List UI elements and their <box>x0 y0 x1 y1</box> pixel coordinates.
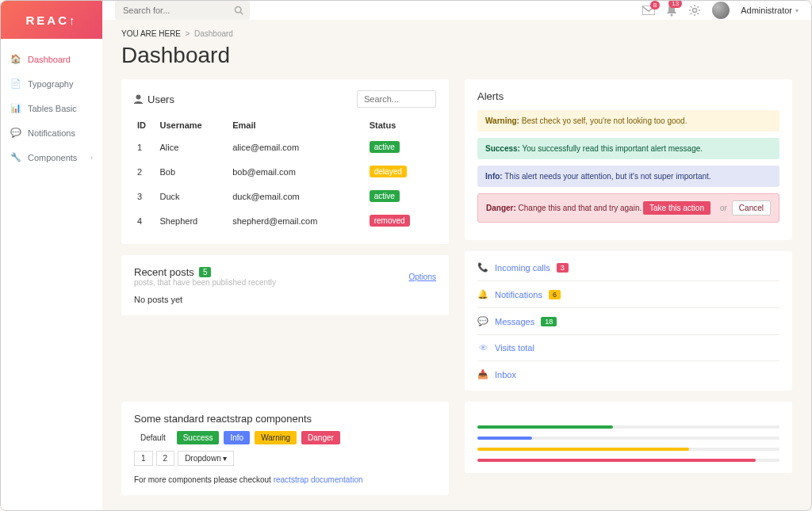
gear-icon[interactable] <box>688 4 701 17</box>
sidebar-item-label: Tables Basic <box>28 104 77 113</box>
tag-warning[interactable]: Warning <box>255 431 297 444</box>
avatar[interactable] <box>712 2 730 19</box>
breadcrumb-current: Dashboard <box>194 29 233 38</box>
tag-danger[interactable]: Danger <box>301 431 340 444</box>
quicklink-icon: 📥 <box>477 369 488 379</box>
tags-row: Default Success Info Warning Danger <box>134 431 436 444</box>
tag-default[interactable]: Default <box>134 431 172 444</box>
progress-bar <box>477 437 779 440</box>
sidebar-item-typography[interactable]: 📄Typography <box>1 71 102 96</box>
take-action-button[interactable]: Take this action <box>643 201 710 215</box>
mail-badge: 8 <box>650 1 660 10</box>
quicklink-inbox[interactable]: 📥Inbox <box>477 361 779 387</box>
topbar: 8 13 Administrator ▾ <box>102 1 811 20</box>
progress-bar <box>477 425 779 429</box>
sidebar-item-label: Components <box>28 153 77 162</box>
user-name: Administrator <box>741 6 792 15</box>
quicklink-count: 18 <box>541 317 557 326</box>
progress-bar <box>477 459 779 462</box>
breadcrumb-sep: > <box>186 29 190 38</box>
quicklink-icon: 💬 <box>477 316 488 326</box>
recent-empty: No posts yet <box>134 295 436 304</box>
alert-warning: Warning: Best check yo self, you're not … <box>477 110 779 132</box>
svg-line-1 <box>240 12 243 14</box>
recent-posts-card: Recent posts 5 posts, that have been pub… <box>121 255 449 315</box>
svg-point-3 <box>671 14 673 17</box>
components-card: Some standard reactstrap components Defa… <box>121 402 449 495</box>
nav-icon: 📊 <box>10 103 21 113</box>
table-row: 2Bobbob@email.comdelayed <box>134 159 436 184</box>
page-1[interactable]: 1 <box>134 451 153 466</box>
status-badge: active <box>370 190 400 202</box>
breadcrumb: YOU ARE HERE > Dashboard <box>121 29 792 38</box>
quicklink-visits-total[interactable]: 👁Visits total <box>477 335 779 361</box>
search-input[interactable] <box>115 1 250 20</box>
status-badge: delayed <box>370 166 407 177</box>
sidebar-item-label: Notifications <box>28 128 75 138</box>
table-row: 1Alicealice@email.comactive <box>134 135 436 159</box>
progress-card <box>465 402 792 473</box>
quicklink-icon: 📞 <box>477 262 488 273</box>
svg-point-5 <box>136 95 141 100</box>
recent-options-link[interactable]: Options <box>409 273 436 281</box>
search-icon <box>234 6 243 15</box>
main: 8 13 Administrator ▾ YOU ARE HERE <box>102 1 811 510</box>
global-search <box>115 1 250 20</box>
quicklink-notifications[interactable]: 🔔Notifications6 <box>477 281 779 308</box>
recent-subtitle: posts, that have been published recently <box>134 278 276 287</box>
user-menu[interactable]: Administrator ▾ <box>741 6 799 15</box>
svg-point-0 <box>236 7 242 13</box>
users-card: Users ID Username Email Status <box>121 79 449 244</box>
sidebar-item-components[interactable]: 🔧Components› <box>1 145 102 170</box>
chevron-down-icon: ▾ <box>795 7 799 14</box>
nav-icon: 🔧 <box>10 152 21 162</box>
quicklink-count: 6 <box>549 290 561 299</box>
tag-success[interactable]: Success <box>177 431 220 444</box>
quicklink-label: Notifications <box>495 290 542 299</box>
quicklink-messages[interactable]: 💬Messages18 <box>477 308 779 335</box>
nav-icon: 📄 <box>10 78 21 89</box>
sidebar-item-dashboard[interactable]: 🏠Dashboard <box>1 47 102 71</box>
quicklink-label: Messages <box>495 317 534 326</box>
quicklink-icon: 👁 <box>477 343 488 353</box>
sidebar-item-notifications[interactable]: 💬Notifications <box>1 120 102 145</box>
page-2[interactable]: 2 <box>156 451 175 466</box>
chevron-right-icon: › <box>90 154 93 162</box>
users-card-title: Users <box>134 93 174 105</box>
quicklink-incoming-calls[interactable]: 📞Incoming calls3 <box>477 254 779 281</box>
alert-success: Success: You successfully read this impo… <box>477 138 779 159</box>
components-footer: For more components please checkout reac… <box>134 475 436 484</box>
quicklink-label: Incoming calls <box>495 263 550 273</box>
alert-danger: Danger: Change this and that and try aga… <box>477 193 779 223</box>
user-icon <box>134 94 143 104</box>
alert-info: Info: This alert needs your attention, b… <box>477 166 779 187</box>
cancel-button[interactable]: Cancel <box>732 200 771 215</box>
status-badge: active <box>370 141 400 153</box>
tag-info[interactable]: Info <box>224 431 250 444</box>
users-search-input[interactable] <box>357 90 436 108</box>
svg-point-4 <box>693 9 697 13</box>
nav-icon: 🏠 <box>10 54 21 64</box>
page-title: Dashboard <box>121 43 792 68</box>
reactstrap-doc-link[interactable]: reactstrap documentation <box>274 475 363 484</box>
table-row: 4Shepherdshepherd@email.comremoved <box>134 208 436 233</box>
table-row: 3Duckduck@email.comactive <box>134 184 436 208</box>
quicklinks-card: 📞Incoming calls3🔔Notifications6💬Messages… <box>465 251 792 391</box>
quicklink-count: 3 <box>557 263 569 273</box>
alerts-card: Alerts Warning: Best check yo self, you'… <box>465 79 792 240</box>
bell-badge: 13 <box>668 1 682 8</box>
dropdown-btn[interactable]: Dropdown ▾ <box>178 451 234 466</box>
progress-bar <box>477 448 779 451</box>
logo: REAC↑ <box>1 1 102 39</box>
mail-icon[interactable]: 8 <box>642 6 655 15</box>
quicklink-label: Inbox <box>495 370 516 379</box>
alerts-title: Alerts <box>477 90 779 102</box>
th-username: Username <box>156 116 229 135</box>
recent-count-badge: 5 <box>199 267 212 277</box>
nav-icon: 💬 <box>10 128 21 138</box>
sidebar-item-tables-basic[interactable]: 📊Tables Basic <box>1 96 102 120</box>
th-email: Email <box>229 116 366 135</box>
sidebar-item-label: Dashboard <box>28 55 71 64</box>
sidebar: REAC↑ 🏠Dashboard📄Typography📊Tables Basic… <box>1 1 102 510</box>
bell-icon[interactable]: 13 <box>666 4 677 17</box>
